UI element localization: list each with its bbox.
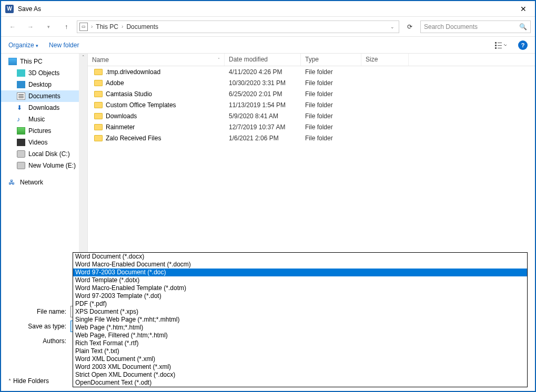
header-type[interactable]: Type: [301, 54, 361, 66]
table-row[interactable]: .tmp.drivedownload4/11/2020 4:26 PMFile …: [88, 66, 535, 77]
tree-music[interactable]: ♪Music: [1, 114, 87, 125]
word-app-icon: W: [5, 5, 14, 13]
tree-network[interactable]: 🖧Network: [1, 177, 87, 188]
row-name: Adobe: [106, 79, 124, 87]
svg-rect-2: [495, 45, 497, 46]
tree-new-volume-e[interactable]: New Volume (E:): [1, 160, 87, 171]
tree-desktop[interactable]: Desktop: [1, 79, 87, 90]
savetype-option[interactable]: Word Macro-Enabled Document (*.docm): [73, 261, 527, 269]
table-row[interactable]: Camtasia Studio6/25/2020 2:01 PMFile fol…: [88, 88, 535, 99]
tree-local-disk-c[interactable]: Local Disk (C:): [1, 148, 87, 160]
sort-indicator-icon: ˄: [218, 57, 220, 62]
row-date: 6/25/2020 2:01 PM: [225, 90, 301, 98]
command-toolbar: Organize ▾ New folder ?: [1, 37, 535, 54]
savetype-option[interactable]: Word 97-2003 Template (*.dot): [73, 292, 527, 300]
refresh-button[interactable]: ⟳: [402, 20, 417, 33]
row-type: File folder: [301, 135, 361, 142]
organize-button[interactable]: Organize ▾: [8, 42, 38, 49]
table-row[interactable]: Zalo Received Files1/6/2021 2:06 PMFile …: [88, 132, 535, 143]
address-dropdown[interactable]: ⌄: [388, 24, 397, 29]
recent-dropdown[interactable]: ▾: [41, 19, 56, 34]
tree-downloads[interactable]: ⬇Downloads: [1, 102, 87, 114]
header-name[interactable]: Name˄: [88, 54, 225, 66]
save-as-dialog: W Save As ✕ ← → ▾ ↑ ▭ › This PC › Docume…: [0, 0, 536, 392]
savetype-option[interactable]: Word 97-2003 Document (*.doc): [73, 269, 527, 276]
svg-rect-4: [495, 47, 497, 49]
folder-icon: [94, 124, 103, 130]
help-button[interactable]: ?: [518, 40, 528, 50]
savetype-option[interactable]: Word Macro-Enabled Template (*.dotm): [73, 284, 527, 292]
svg-rect-3: [498, 45, 502, 46]
hide-folders-button[interactable]: ˄ Hide Folders: [8, 377, 49, 385]
documents-icon: [17, 92, 25, 100]
forward-button[interactable]: →: [23, 19, 38, 34]
savetype-option[interactable]: Word Template (*.dotx): [73, 276, 527, 284]
row-date: 4/11/2020 4:26 PM: [225, 68, 301, 76]
row-date: 11/13/2019 1:54 PM: [225, 101, 301, 109]
desktop-icon: [17, 81, 25, 88]
svg-rect-0: [495, 42, 497, 44]
tree-documents[interactable]: Documents: [1, 90, 87, 102]
pictures-icon: [17, 127, 25, 135]
row-name: .tmp.drivedownload: [106, 68, 160, 76]
table-row[interactable]: Downloads5/9/2020 8:41 AMFile folder: [88, 110, 535, 121]
row-date: 5/9/2020 8:41 AM: [225, 112, 301, 120]
savetype-option[interactable]: PDF (*.pdf): [73, 300, 527, 308]
column-headers: Name˄ Date modified Type Size: [88, 54, 535, 66]
view-options-button[interactable]: [494, 40, 508, 50]
table-row[interactable]: Adobe10/30/2020 3:31 PMFile folder: [88, 77, 535, 88]
savetype-option[interactable]: Web Page (*.htm;*.html): [73, 324, 527, 332]
header-size[interactable]: Size: [361, 54, 409, 66]
row-type: File folder: [301, 101, 361, 109]
tree-videos[interactable]: Videos: [1, 137, 87, 148]
disk-icon: [17, 162, 25, 169]
savetype-option[interactable]: OpenDocument Text (*.odt): [73, 379, 527, 387]
row-name: Downloads: [106, 112, 137, 120]
chevron-up-icon: ˄: [8, 378, 11, 384]
row-name: Rainmeter: [106, 123, 135, 131]
row-type: File folder: [301, 90, 361, 98]
row-name: Camtasia Studio: [106, 90, 152, 98]
new-folder-button[interactable]: New folder: [49, 42, 79, 49]
savetype-option[interactable]: Single File Web Page (*.mht;*.mhtml): [73, 316, 527, 324]
row-name: Custom Office Templates: [106, 101, 176, 109]
row-type: File folder: [301, 123, 361, 131]
header-date[interactable]: Date modified: [225, 54, 301, 66]
table-row[interactable]: Rainmeter12/7/2019 10:37 AMFile folder: [88, 121, 535, 132]
row-date: 12/7/2019 10:37 AM: [225, 123, 301, 131]
chevron-right-icon: ›: [122, 24, 123, 29]
close-button[interactable]: ✕: [516, 2, 531, 16]
savetype-option[interactable]: Word XML Document (*.xml): [73, 355, 527, 363]
titlebar: W Save As ✕: [1, 1, 535, 17]
row-type: File folder: [301, 79, 361, 87]
search-icon: 🔍: [519, 23, 527, 30]
search-input[interactable]: Search Documents 🔍: [420, 20, 531, 33]
savetype-option[interactable]: Strict Open XML Document (*.docx): [73, 371, 527, 379]
savetype-option[interactable]: Web Page, Filtered (*.htm;*.html): [73, 332, 527, 339]
address-bar[interactable]: ▭ › This PC › Documents ⌄: [77, 20, 399, 33]
svg-rect-5: [498, 48, 502, 48]
breadcrumb-root[interactable]: This PC: [96, 23, 118, 30]
nav-toolbar: ← → ▾ ↑ ▭ › This PC › Documents ⌄ ⟳ Sear…: [1, 17, 535, 37]
back-button[interactable]: ←: [5, 19, 20, 34]
savetype-option[interactable]: Rich Text Format (*.rtf): [73, 339, 527, 347]
savetype-option[interactable]: XPS Document (*.xps): [73, 308, 527, 316]
tree-3d-objects[interactable]: 3D Objects: [1, 67, 87, 79]
folder-icon: [94, 102, 103, 108]
breadcrumb-folder[interactable]: Documents: [126, 23, 158, 30]
chevron-right-icon: ›: [91, 24, 93, 29]
folder-icon: ▭: [79, 23, 88, 31]
tree-pictures[interactable]: Pictures: [1, 125, 87, 137]
svg-rect-1: [498, 43, 502, 43]
authors-label: Authors:: [8, 337, 70, 345]
scroll-up-icon[interactable]: ˄: [82, 55, 85, 60]
up-button[interactable]: ↑: [59, 19, 74, 34]
tree-this-pc[interactable]: This PC: [1, 56, 87, 67]
savetype-option[interactable]: Word 2003 XML Document (*.xml): [73, 363, 527, 371]
savetype-option[interactable]: Word Document (*.docx): [73, 253, 527, 261]
savetype-option[interactable]: Plain Text (*.txt): [73, 347, 527, 355]
savetype-label: Save as type:: [8, 323, 70, 330]
folder-icon: [94, 135, 103, 141]
table-row[interactable]: Custom Office Templates11/13/2019 1:54 P…: [88, 99, 535, 110]
objects-icon: [17, 69, 25, 77]
